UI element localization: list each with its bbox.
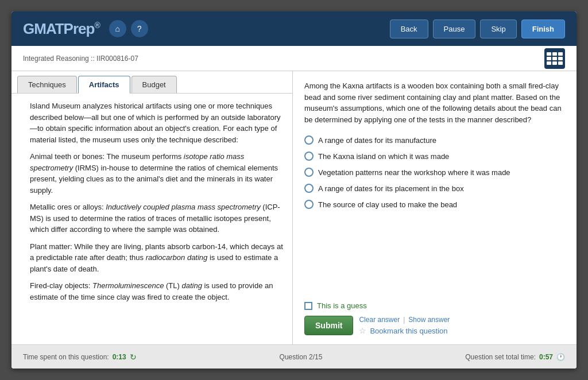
question-id: Integrated Reasoning :: IIR000816-07 xyxy=(23,55,138,63)
intro-text: Island Museum analyzes historical artifa… xyxy=(30,100,283,145)
bookmark-star-icon: ☆ xyxy=(359,326,366,335)
left-panel-content: Island Museum analyzes historical artifa… xyxy=(11,94,292,344)
header-icons: ⌂ ? xyxy=(109,20,148,37)
radio-1[interactable] xyxy=(304,135,314,145)
footer-center: Question 2/15 xyxy=(137,353,466,361)
tabs: Techniques Artifacts Budget xyxy=(11,71,292,94)
clear-answer-link[interactable]: Clear answer xyxy=(359,316,400,324)
bookmark-row: ☆ Bookmark this question xyxy=(359,326,450,335)
answer-links: Clear answer | Show answer ☆ Bookmark th… xyxy=(359,316,450,335)
refresh-icon: ↻ xyxy=(130,352,137,362)
option-5[interactable]: The source of clay used to make the bead xyxy=(304,200,565,209)
guess-checkbox[interactable] xyxy=(304,302,312,310)
submit-button[interactable]: Submit xyxy=(304,316,353,335)
option-1[interactable]: A range of dates for its manufacture xyxy=(304,135,565,145)
option-2[interactable]: The Kaxna island on which it was made xyxy=(304,152,565,161)
main-content: Techniques Artifacts Budget Island Museu… xyxy=(11,71,577,344)
tab-budget[interactable]: Budget xyxy=(131,76,177,93)
answer-options: A range of dates for its manufacture The… xyxy=(304,135,565,209)
help-button[interactable]: ? xyxy=(131,20,148,37)
option-3-text: Vegetation patterns near the workshop wh… xyxy=(318,168,510,177)
question-progress: Question 2/15 xyxy=(280,353,323,361)
footer: Time spent on this question: 0:13 ↻ Ques… xyxy=(11,344,577,369)
help-icon: ? xyxy=(137,24,142,33)
app-container: GMATPrep® ⌂ ? Back Pause Skip Finish Int… xyxy=(11,11,577,369)
logo: GMATPrep® xyxy=(23,20,100,38)
option-4[interactable]: A range of dates for its placement in th… xyxy=(304,184,565,193)
tab-artifacts[interactable]: Artifacts xyxy=(78,76,130,94)
option-4-text: A range of dates for its placement in th… xyxy=(318,184,464,193)
left-panel: Techniques Artifacts Budget Island Museu… xyxy=(11,71,293,344)
show-answer-link[interactable]: Show answer xyxy=(408,316,450,324)
link-separator: | xyxy=(403,316,405,324)
option-2-text: The Kaxna island on which it was made xyxy=(318,152,449,161)
footer-time-spent: Time spent on this question: 0:13 ↻ xyxy=(23,352,137,362)
radio-4[interactable] xyxy=(304,184,314,193)
answer-actions: This is a guess Submit Clear answer | Sh… xyxy=(304,296,565,335)
calculator-button[interactable] xyxy=(544,48,565,69)
finish-button[interactable]: Finish xyxy=(521,20,565,38)
tab-techniques[interactable]: Techniques xyxy=(17,76,77,93)
back-button[interactable]: Back xyxy=(390,20,428,38)
total-time-label: Question set total time: xyxy=(465,353,536,361)
radio-5[interactable] xyxy=(304,200,314,209)
section2-text: Metallic ores or alloys: Inductively cou… xyxy=(30,201,283,235)
right-panel: Among the Kaxna artifacts is a wooden bo… xyxy=(293,71,577,344)
header-nav: Back Pause Skip Finish xyxy=(390,20,565,38)
radio-3[interactable] xyxy=(304,168,314,177)
clear-show-row: Clear answer | Show answer xyxy=(359,316,450,324)
question-text: Among the Kaxna artifacts is a wooden bo… xyxy=(304,80,565,125)
option-1-text: A range of dates for its manufacture xyxy=(318,136,436,145)
home-icon: ⌂ xyxy=(115,24,120,33)
sub-header: Integrated Reasoning :: IIR000816-07 xyxy=(11,46,577,71)
radio-2[interactable] xyxy=(304,152,314,161)
section3-text: Plant matter: While they are living, pla… xyxy=(30,241,283,275)
option-5-text: The source of clay used to make the bead xyxy=(318,200,457,209)
section4-text: Fired-clay objects: Thermoluminescence (… xyxy=(30,280,283,303)
pause-button[interactable]: Pause xyxy=(433,20,476,38)
footer-total-time: Question set total time: 0:57 🕐 xyxy=(465,353,565,361)
calculator-icon xyxy=(547,52,563,65)
guess-row: This is a guess xyxy=(304,301,565,310)
logo-reg: ® xyxy=(94,21,99,30)
submit-row: Submit Clear answer | Show answer ☆ Book… xyxy=(304,316,565,335)
header: GMATPrep® ⌂ ? Back Pause Skip Finish xyxy=(11,11,577,46)
time-spent-label: Time spent on this question: xyxy=(23,353,109,361)
skip-button[interactable]: Skip xyxy=(480,20,516,38)
guess-label: This is a guess xyxy=(317,301,367,310)
clock-icon: 🕐 xyxy=(556,353,565,361)
option-3[interactable]: Vegetation patterns near the workshop wh… xyxy=(304,168,565,177)
home-button[interactable]: ⌂ xyxy=(109,20,126,37)
total-time-value: 0:57 xyxy=(539,353,553,361)
time-spent-value: 0:13 xyxy=(113,353,126,361)
bookmark-link[interactable]: Bookmark this question xyxy=(370,327,447,335)
section1-text: Animal teeth or bones: The museum perfor… xyxy=(30,151,283,196)
logo-text: GMATPrep xyxy=(23,20,94,37)
